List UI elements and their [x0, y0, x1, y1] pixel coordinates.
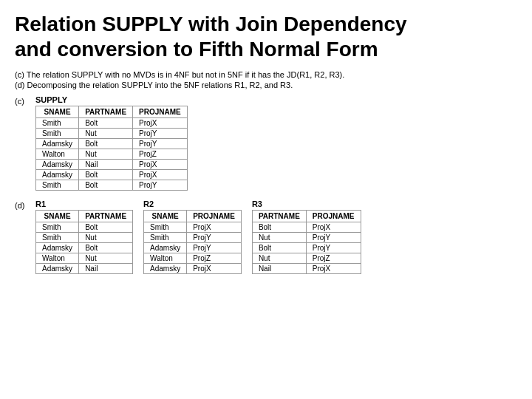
table-cell: Nut: [79, 253, 133, 264]
supply-col-partname: PARTNAME: [79, 106, 133, 118]
table-cell: Smith: [36, 118, 79, 129]
table-cell: Nail: [79, 264, 133, 274]
section-d: (d) R1 SNAME PARTNAME SmithBoltSmithNutA…: [15, 200, 517, 274]
table-cell: Bolt: [252, 222, 306, 233]
table-cell: Bolt: [79, 243, 133, 253]
r2-col-projname: PROJNAME: [187, 211, 242, 222]
r2-title: R2: [143, 200, 242, 208]
table-cell: ProjY: [187, 243, 242, 253]
section-d-label: (d): [15, 200, 35, 210]
table-cell: Walton: [36, 253, 79, 264]
table-cell: ProjX: [306, 264, 361, 274]
table-cell: Smith: [144, 222, 187, 233]
table-cell: Adamsky: [36, 170, 79, 180]
table-cell: Bolt: [79, 180, 133, 191]
table-cell: Bolt: [79, 222, 133, 233]
table-cell: Nut: [79, 233, 133, 243]
table-cell: ProjX: [133, 160, 188, 170]
table-cell: Smith: [36, 180, 79, 191]
table-cell: ProjX: [187, 264, 242, 274]
table-cell: Nut: [79, 129, 133, 139]
r1-col-sname: SNAME: [36, 211, 79, 222]
table-cell: Adamsky: [36, 160, 79, 170]
note-d: (d) Decomposing the relation SUPPLY into…: [15, 81, 517, 89]
table-cell: ProjY: [133, 180, 188, 191]
table-cell: ProjX: [306, 222, 361, 233]
table-cell: ProjX: [133, 118, 188, 129]
table-cell: ProjZ: [306, 253, 361, 264]
table-cell: ProjY: [187, 233, 242, 243]
section-c: (c) SUPPLY SNAME PARTNAME PROJNAME Smith…: [15, 95, 517, 191]
table-cell: Smith: [36, 222, 79, 233]
note-c: (c) The relation SUPPLY with no MVDs is …: [15, 70, 517, 79]
r2-col-sname: SNAME: [144, 211, 187, 222]
supply-col-sname: SNAME: [36, 106, 79, 118]
r1-table: SNAME PARTNAME SmithBoltSmithNutAdamskyB…: [35, 210, 133, 274]
table-cell: Adamsky: [36, 139, 79, 149]
table-cell: Adamsky: [36, 264, 79, 274]
section-d-tables: R1 SNAME PARTNAME SmithBoltSmithNutAdams…: [35, 200, 361, 274]
table-cell: Nail: [252, 264, 306, 274]
table-cell: ProjX: [187, 222, 242, 233]
section-c-label: (c): [15, 95, 35, 106]
table-cell: Adamsky: [144, 264, 187, 274]
table-cell: Nut: [79, 149, 133, 160]
table-cell: ProjY: [306, 243, 361, 253]
r3-col-partname: PARTNAME: [252, 211, 306, 222]
table-cell: Nut: [252, 253, 306, 264]
table-cell: Walton: [36, 149, 79, 160]
r3-col-projname: PROJNAME: [306, 211, 361, 222]
r3-table: PARTNAME PROJNAME BoltProjXNutProjYBoltP…: [252, 210, 361, 274]
table-cell: Smith: [36, 233, 79, 243]
table-cell: ProjY: [133, 129, 188, 139]
table-cell: ProjZ: [187, 253, 242, 264]
table-cell: Bolt: [252, 243, 306, 253]
table-cell: Nail: [79, 160, 133, 170]
r1-col-partname: PARTNAME: [79, 211, 133, 222]
r1-title: R1: [35, 200, 133, 208]
supply-table: SNAME PARTNAME PROJNAME SmithBoltProjXSm…: [35, 106, 188, 191]
table-cell: Bolt: [79, 139, 133, 149]
supply-table-title: SUPPLY: [35, 95, 188, 104]
table-cell: Smith: [144, 233, 187, 243]
r3-title: R3: [252, 200, 361, 208]
table-cell: Bolt: [79, 170, 133, 180]
table-cell: ProjX: [133, 170, 188, 180]
table-cell: Smith: [36, 129, 79, 139]
table-cell: Nut: [252, 233, 306, 243]
table-cell: ProjZ: [133, 149, 188, 160]
r2-table: SNAME PROJNAME SmithProjXSmithProjYAdams…: [143, 210, 242, 274]
table-cell: Adamsky: [36, 243, 79, 253]
supply-col-projname: PROJNAME: [133, 106, 188, 118]
r1-block: R1 SNAME PARTNAME SmithBoltSmithNutAdams…: [35, 200, 133, 274]
r3-block: R3 PARTNAME PROJNAME BoltProjXNutProjYBo…: [252, 200, 361, 274]
table-cell: ProjY: [133, 139, 188, 149]
page-title: Relation SUPPLY with Join Dependency and…: [15, 12, 517, 61]
supply-table-block: SUPPLY SNAME PARTNAME PROJNAME SmithBolt…: [35, 95, 188, 191]
table-cell: ProjY: [306, 233, 361, 243]
table-cell: Walton: [144, 253, 187, 264]
r2-block: R2 SNAME PROJNAME SmithProjXSmithProjYAd…: [143, 200, 242, 274]
table-cell: Bolt: [79, 118, 133, 129]
table-cell: Adamsky: [144, 243, 187, 253]
